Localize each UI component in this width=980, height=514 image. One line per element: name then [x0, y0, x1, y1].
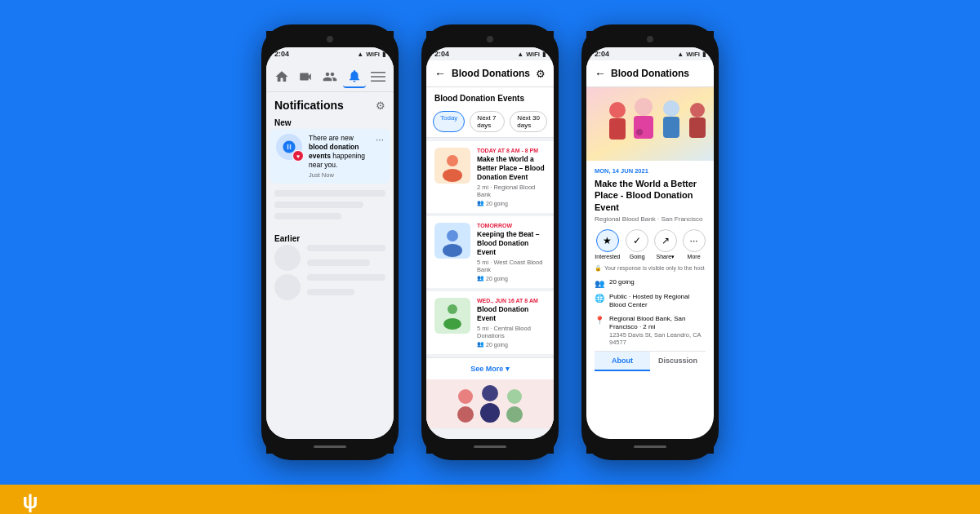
notif-content: There are new blood donation events happ…	[309, 134, 369, 179]
notif-options-icon[interactable]: ···	[376, 134, 384, 145]
phone-notch-1	[266, 31, 394, 47]
nav-menu[interactable]	[367, 65, 390, 88]
filter-tabs: Today Next 7 days Next 30 days	[426, 106, 554, 138]
svg-point-7	[447, 230, 458, 241]
notif-gear-icon[interactable]: ⚙	[376, 100, 385, 112]
svg-rect-27	[689, 117, 706, 138]
back-button-2[interactable]: ←	[434, 67, 446, 80]
svg-point-17	[506, 406, 523, 423]
bd-gear-icon[interactable]: ⚙	[536, 68, 546, 80]
svg-point-5	[443, 169, 462, 182]
public-host-text: Public · Hosted by Regional Blood Center	[609, 293, 706, 310]
event-thumb-3	[434, 298, 470, 334]
s4	[307, 289, 354, 295]
ed-event-title: Make the World a Better Place - Blood Do…	[595, 178, 706, 213]
svg-rect-22	[634, 116, 653, 139]
event-going-2: 👥 20 going	[477, 275, 546, 281]
event-going-1: 👥 20 going	[477, 200, 546, 206]
event-name-1: Make the World a Better Place – Blood Do…	[477, 155, 546, 182]
going-circle: ✓	[626, 229, 648, 252]
event-time-2: TOMORROW	[477, 223, 546, 228]
svg-rect-25	[663, 117, 679, 138]
see-more-label: See More	[470, 365, 503, 373]
going-count-2: 20 going	[486, 276, 508, 281]
nav-video[interactable]	[294, 65, 317, 88]
phone-notifications: 2:04 ▲ WiFi ▮	[261, 24, 399, 460]
address-text: 12345 Davis St, San Leandro, CA 94577	[609, 331, 706, 346]
svg-rect-1	[371, 76, 385, 78]
status-icons-3: ▲ WiFi ▮	[677, 51, 706, 58]
svg-point-4	[447, 155, 458, 166]
earlier-items	[266, 245, 394, 300]
event-time-3: WED., JUN 16 AT 8 AM	[477, 298, 546, 304]
filter-today[interactable]: Today	[433, 111, 465, 132]
signal-icon-3: ▲	[677, 51, 684, 58]
logo: ψ	[20, 485, 49, 514]
ed-detail-location: 📍 Regional Blood Bank, San Francisco · 2…	[595, 315, 706, 347]
ed-date-badge: MON, 14 JUN 2021	[595, 167, 706, 175]
filter-7days[interactable]: Next 7 days	[470, 111, 505, 132]
nav-bell[interactable]	[343, 65, 366, 88]
going-count-3: 20 going	[486, 342, 508, 348]
nav-home[interactable]	[270, 65, 293, 88]
event-card-3[interactable]: WED., JUN 16 AT 8 AM Blood Donation Even…	[426, 291, 554, 354]
fb-navbar-1	[266, 60, 394, 92]
event-info-3: WED., JUN 16 AT 8 AM Blood Donation Even…	[477, 298, 546, 348]
svg-point-19	[609, 102, 626, 118]
event-location-3: 5 mi · Central Blood Donations	[477, 325, 546, 339]
bd-footer-illustration	[426, 379, 554, 428]
ed-actions: ★ Interested ✓ Going ↗ Share▾ ··· More	[595, 229, 706, 260]
s1	[307, 245, 385, 251]
skeleton-text-1	[307, 245, 385, 271]
ed-detail-public: 🌐 Public · Hosted by Regional Blood Cent…	[595, 293, 706, 310]
skeleton-line-3	[274, 213, 341, 219]
skeleton-circle-1	[274, 245, 301, 271]
status-time-3: 2:04	[595, 50, 609, 58]
event-name-3: Blood Donation Event	[477, 305, 546, 323]
action-interested[interactable]: ★ Interested	[595, 229, 620, 260]
svg-point-24	[663, 100, 679, 117]
event-time-1: TODAY AT 8 AM - 8 PM	[477, 148, 546, 153]
status-bar-2: 2:04 ▲ WiFi ▮	[426, 47, 554, 60]
notif-text: There are new blood donation events happ…	[309, 134, 369, 170]
svg-point-8	[443, 244, 462, 257]
event-card-2[interactable]: TOMORROW Keeping the Beat – Blood Donati…	[426, 216, 554, 288]
tab-about[interactable]: About	[595, 352, 650, 371]
nav-group[interactable]	[318, 65, 341, 88]
interested-circle: ★	[596, 229, 619, 252]
home-indicator-1	[314, 445, 346, 448]
notif-item-blood[interactable]: ♥ There are new blood donation events ha…	[270, 129, 390, 184]
svg-point-16	[507, 389, 522, 404]
notif-title: Notifications	[274, 99, 344, 112]
back-button-3[interactable]: ←	[595, 67, 606, 80]
notif-avatar: ♥	[276, 134, 302, 160]
action-going[interactable]: ✓ Going	[626, 229, 648, 260]
action-more[interactable]: ··· More	[683, 229, 706, 260]
battery-icon: ▮	[382, 51, 385, 58]
ed-hero-image	[586, 87, 714, 161]
see-more-button[interactable]: See More ▾	[426, 357, 554, 379]
bd-header-title: Blood Donations	[452, 68, 530, 79]
phone-notch-2	[426, 31, 554, 47]
going-icon-1: 👥	[477, 200, 484, 206]
tab-discussion[interactable]: Discussion	[650, 352, 706, 371]
going-icon-2: 👥	[477, 275, 484, 281]
home-indicator-2	[474, 445, 506, 448]
ed-tabs: About Discussion	[595, 351, 706, 371]
svg-point-12	[458, 389, 473, 404]
action-share[interactable]: ↗ Share▾	[654, 229, 677, 260]
ed-detail-going: 👥 20 going	[595, 278, 706, 288]
status-bar-1: 2:04 ▲ WiFi ▮	[266, 47, 394, 60]
filter-30days[interactable]: Next 30 days	[510, 111, 547, 132]
svg-rect-0	[371, 72, 385, 73]
earlier-item-1	[274, 245, 385, 271]
new-label: New	[266, 115, 394, 129]
globe-icon: 🌐	[595, 294, 604, 303]
wifi-icon-2: WiFi	[526, 51, 540, 58]
event-card-1[interactable]: TODAY AT 8 AM - 8 PM Make the World a Be…	[426, 141, 554, 213]
svg-text:ψ: ψ	[23, 490, 38, 512]
going-detail-text: 20 going	[609, 278, 635, 286]
event-thumb-2	[434, 223, 470, 259]
main-area: 2:04 ▲ WiFi ▮	[0, 0, 980, 485]
ed-privacy-note: 🔒 Your response is visible only to the h…	[595, 265, 706, 272]
